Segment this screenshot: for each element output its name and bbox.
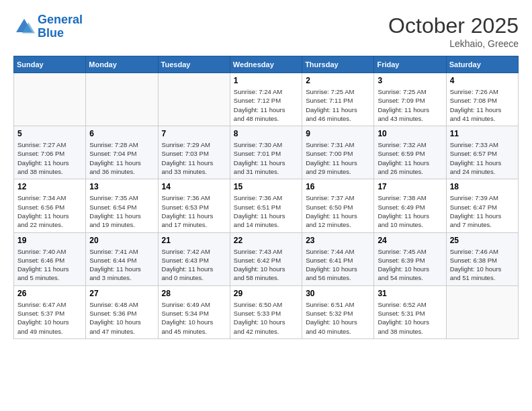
- calendar-cell: 4Sunrise: 7:26 AMSunset: 7:08 PMDaylight…: [446, 73, 518, 126]
- calendar-cell: 16Sunrise: 7:37 AMSunset: 6:50 PMDayligh…: [302, 179, 374, 232]
- day-number: 3: [378, 76, 442, 85]
- cell-info: Sunrise: 7:34 AMSunset: 6:56 PMDaylight:…: [17, 193, 82, 229]
- calendar-cell: [158, 73, 230, 126]
- day-number: 9: [306, 129, 370, 138]
- day-number: 7: [162, 129, 226, 138]
- calendar-cell: 17Sunrise: 7:38 AMSunset: 6:49 PMDayligh…: [374, 179, 446, 232]
- calendar-week: 12Sunrise: 7:34 AMSunset: 6:56 PMDayligh…: [14, 179, 519, 232]
- logo-icon: [13, 16, 35, 38]
- calendar-week: 19Sunrise: 7:40 AMSunset: 6:46 PMDayligh…: [14, 232, 519, 285]
- calendar-cell: [14, 73, 86, 126]
- day-number: 12: [17, 182, 82, 191]
- day-number: 29: [234, 289, 298, 298]
- cell-info: Sunrise: 7:29 AMSunset: 7:03 PMDaylight:…: [162, 140, 226, 176]
- calendar-week: 1Sunrise: 7:24 AMSunset: 7:12 PMDaylight…: [14, 73, 519, 126]
- cell-info: Sunrise: 7:24 AMSunset: 7:12 PMDaylight:…: [234, 87, 298, 123]
- cell-info: Sunrise: 7:36 AMSunset: 6:53 PMDaylight:…: [162, 193, 226, 229]
- calendar-cell: 10Sunrise: 7:32 AMSunset: 6:59 PMDayligh…: [374, 126, 446, 179]
- cell-info: Sunrise: 7:39 AMSunset: 6:47 PMDaylight:…: [450, 193, 515, 229]
- calendar-cell: 28Sunrise: 6:49 AMSunset: 5:34 PMDayligh…: [158, 285, 230, 338]
- cell-info: Sunrise: 7:35 AMSunset: 6:54 PMDaylight:…: [89, 193, 154, 229]
- cell-info: Sunrise: 7:27 AMSunset: 7:06 PMDaylight:…: [17, 140, 82, 176]
- day-number: 13: [89, 182, 154, 191]
- title-block: October 2025 Lekhaio, Greece: [388, 13, 519, 49]
- cell-info: Sunrise: 7:37 AMSunset: 6:50 PMDaylight:…: [306, 193, 370, 229]
- calendar-cell: 6Sunrise: 7:28 AMSunset: 7:04 PMDaylight…: [86, 126, 158, 179]
- cell-info: Sunrise: 7:32 AMSunset: 6:59 PMDaylight:…: [378, 140, 442, 176]
- cell-info: Sunrise: 7:42 AMSunset: 6:43 PMDaylight:…: [162, 247, 226, 283]
- weekday-header: Sunday: [14, 56, 86, 73]
- calendar-cell: 8Sunrise: 7:30 AMSunset: 7:01 PMDaylight…: [230, 126, 302, 179]
- day-number: 2: [306, 76, 370, 85]
- weekday-header: Thursday: [302, 56, 374, 73]
- day-number: 8: [234, 129, 298, 138]
- cell-info: Sunrise: 7:43 AMSunset: 6:42 PMDaylight:…: [234, 247, 298, 283]
- cell-info: Sunrise: 7:31 AMSunset: 7:00 PMDaylight:…: [306, 140, 370, 176]
- location: Lekhaio, Greece: [388, 38, 519, 49]
- day-number: 31: [378, 289, 442, 298]
- day-number: 28: [162, 289, 226, 298]
- cell-info: Sunrise: 6:47 AMSunset: 5:37 PMDaylight:…: [17, 300, 82, 336]
- page-header: General Blue October 2025 Lekhaio, Greec…: [13, 13, 519, 49]
- calendar-cell: 27Sunrise: 6:48 AMSunset: 5:36 PMDayligh…: [86, 285, 158, 338]
- calendar-cell: 14Sunrise: 7:36 AMSunset: 6:53 PMDayligh…: [158, 179, 230, 232]
- calendar-week: 26Sunrise: 6:47 AMSunset: 5:37 PMDayligh…: [14, 285, 519, 338]
- calendar-cell: 19Sunrise: 7:40 AMSunset: 6:46 PMDayligh…: [14, 232, 86, 285]
- cell-info: Sunrise: 7:36 AMSunset: 6:51 PMDaylight:…: [234, 193, 298, 229]
- cell-info: Sunrise: 6:48 AMSunset: 5:36 PMDaylight:…: [89, 300, 154, 336]
- weekday-header: Tuesday: [158, 56, 230, 73]
- day-number: 27: [89, 289, 154, 298]
- cell-info: Sunrise: 6:50 AMSunset: 5:33 PMDaylight:…: [234, 300, 298, 336]
- logo-line2: Blue: [38, 26, 64, 40]
- calendar-body: 1Sunrise: 7:24 AMSunset: 7:12 PMDaylight…: [14, 73, 519, 339]
- calendar-table: SundayMondayTuesdayWednesdayThursdayFrid…: [13, 56, 519, 339]
- day-number: 25: [450, 236, 515, 245]
- cell-info: Sunrise: 7:25 AMSunset: 7:09 PMDaylight:…: [378, 87, 442, 123]
- calendar-cell: 15Sunrise: 7:36 AMSunset: 6:51 PMDayligh…: [230, 179, 302, 232]
- cell-info: Sunrise: 7:41 AMSunset: 6:44 PMDaylight:…: [89, 247, 154, 283]
- day-number: 23: [306, 236, 370, 245]
- cell-info: Sunrise: 6:51 AMSunset: 5:32 PMDaylight:…: [306, 300, 370, 336]
- weekday-header: Monday: [86, 56, 158, 73]
- calendar-cell: 22Sunrise: 7:43 AMSunset: 6:42 PMDayligh…: [230, 232, 302, 285]
- cell-info: Sunrise: 7:46 AMSunset: 6:38 PMDaylight:…: [450, 247, 515, 283]
- calendar-cell: 12Sunrise: 7:34 AMSunset: 6:56 PMDayligh…: [14, 179, 86, 232]
- calendar-cell: 13Sunrise: 7:35 AMSunset: 6:54 PMDayligh…: [86, 179, 158, 232]
- weekday-header: Friday: [374, 56, 446, 73]
- weekday-header: Saturday: [446, 56, 518, 73]
- month-title: October 2025: [388, 13, 519, 38]
- calendar-cell: 9Sunrise: 7:31 AMSunset: 7:00 PMDaylight…: [302, 126, 374, 179]
- calendar-cell: 25Sunrise: 7:46 AMSunset: 6:38 PMDayligh…: [446, 232, 518, 285]
- calendar-cell: 11Sunrise: 7:33 AMSunset: 6:57 PMDayligh…: [446, 126, 518, 179]
- day-number: 10: [378, 129, 442, 138]
- cell-info: Sunrise: 7:45 AMSunset: 6:39 PMDaylight:…: [378, 247, 442, 283]
- cell-info: Sunrise: 6:52 AMSunset: 5:31 PMDaylight:…: [378, 300, 442, 336]
- day-number: 5: [17, 129, 82, 138]
- day-number: 24: [378, 236, 442, 245]
- calendar-cell: 5Sunrise: 7:27 AMSunset: 7:06 PMDaylight…: [14, 126, 86, 179]
- day-number: 30: [306, 289, 370, 298]
- logo: General Blue: [13, 13, 83, 40]
- day-number: 6: [89, 129, 154, 138]
- calendar-cell: 21Sunrise: 7:42 AMSunset: 6:43 PMDayligh…: [158, 232, 230, 285]
- calendar-cell: 30Sunrise: 6:51 AMSunset: 5:32 PMDayligh…: [302, 285, 374, 338]
- calendar-cell: 31Sunrise: 6:52 AMSunset: 5:31 PMDayligh…: [374, 285, 446, 338]
- cell-info: Sunrise: 7:25 AMSunset: 7:11 PMDaylight:…: [306, 87, 370, 123]
- day-number: 16: [306, 182, 370, 191]
- cell-info: Sunrise: 7:28 AMSunset: 7:04 PMDaylight:…: [89, 140, 154, 176]
- cell-info: Sunrise: 7:26 AMSunset: 7:08 PMDaylight:…: [450, 87, 515, 123]
- calendar-cell: 18Sunrise: 7:39 AMSunset: 6:47 PMDayligh…: [446, 179, 518, 232]
- day-number: 19: [17, 236, 82, 245]
- weekday-header: Wednesday: [230, 56, 302, 73]
- day-number: 17: [378, 182, 442, 191]
- calendar-cell: 7Sunrise: 7:29 AMSunset: 7:03 PMDaylight…: [158, 126, 230, 179]
- cell-info: Sunrise: 6:49 AMSunset: 5:34 PMDaylight:…: [162, 300, 226, 336]
- weekday-row: SundayMondayTuesdayWednesdayThursdayFrid…: [14, 56, 519, 73]
- day-number: 21: [162, 236, 226, 245]
- calendar-cell: [446, 285, 518, 338]
- calendar-week: 5Sunrise: 7:27 AMSunset: 7:06 PMDaylight…: [14, 126, 519, 179]
- calendar-cell: 20Sunrise: 7:41 AMSunset: 6:44 PMDayligh…: [86, 232, 158, 285]
- day-number: 4: [450, 76, 515, 85]
- calendar-header: SundayMondayTuesdayWednesdayThursdayFrid…: [14, 56, 519, 73]
- cell-info: Sunrise: 7:33 AMSunset: 6:57 PMDaylight:…: [450, 140, 515, 176]
